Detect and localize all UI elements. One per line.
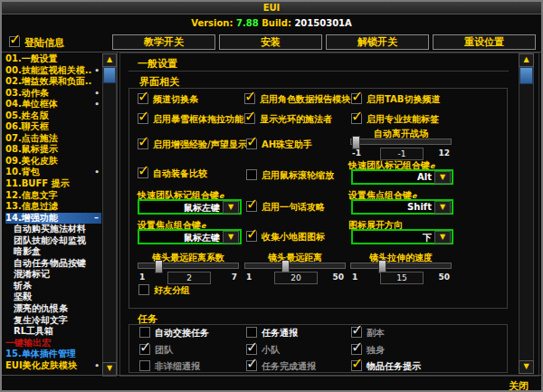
- sidebar-item-10[interactable]: 10.背包•: [5, 167, 101, 178]
- sidebar-item-label: 复生冷却文字: [14, 315, 68, 325]
- topbar-button-0[interactable]: 教学开关: [112, 34, 215, 50]
- sidebar-item-11[interactable]: 11.BUFF 提示: [5, 178, 101, 190]
- sidebar-item-13[interactable]: 13.信息过滤: [5, 201, 101, 213]
- sidebar-item-27[interactable]: EUI美化皮肤模块•: [5, 360, 101, 372]
- sidebar-item-21[interactable]: 坚毅: [5, 292, 101, 303]
- sidebar-item-label: 06.聊天框: [5, 121, 49, 131]
- dropdown-2[interactable]: Alt▼: [351, 169, 453, 185]
- interface-section-title: 界面相关: [139, 75, 179, 89]
- sidebar-item-22[interactable]: 漂亮的仇恨条: [5, 303, 101, 315]
- sidebar-item-23[interactable]: 复生冷却文字: [5, 315, 101, 327]
- slider-track[interactable]: [244, 263, 346, 269]
- sidebar-item-9[interactable]: 09.美化皮肤: [5, 156, 101, 167]
- dropdown-value: 鼠标左键: [184, 232, 220, 244]
- dropdown-4[interactable]: 下▼: [351, 229, 453, 244]
- sidebar-item-20[interactable]: 斩杀: [5, 281, 101, 292]
- slider-track[interactable]: [350, 139, 452, 145]
- version-bar: Version: 7.88 Build: 20150301A: [2, 18, 541, 28]
- topbar-button-2[interactable]: 解锁开关: [326, 34, 429, 50]
- sidebar-item-25[interactable]: 一键输出宏: [5, 338, 101, 349]
- sidebar-scroll-down-icon[interactable]: ▼: [102, 362, 117, 376]
- sidebar-item-4[interactable]: 04.单位框体•: [5, 99, 101, 110]
- main-scroll-up-icon[interactable]: ▲: [519, 53, 534, 67]
- sidebar-item-1[interactable]: 00.技能监视相关模..•: [5, 65, 101, 77]
- checkbox-label: 副本: [367, 327, 385, 339]
- checkbox-label: 物品任务提示: [367, 360, 421, 373]
- chevron-down-icon[interactable]: ▼: [223, 201, 239, 214]
- sidebar-item-8[interactable]: 08.鼠标提示: [5, 144, 101, 156]
- sidebar-scroll-up-icon[interactable]: ▲: [102, 53, 117, 67]
- close-button[interactable]: 关闭: [509, 379, 529, 392]
- sidebar-item-label: 02.增益效果和负面..: [5, 76, 91, 86]
- sidebar-item-14[interactable]: 14.增强功能–: [5, 213, 101, 225]
- checkbox-label: 任务通报: [262, 327, 298, 339]
- sidebar-scroll-thumb[interactable]: [103, 67, 116, 83]
- sidebar-item-label: 14.增强功能: [5, 213, 58, 223]
- sidebar-item-label: 08.鼠标提示: [5, 144, 58, 154]
- check-icon: ✓: [351, 108, 363, 125]
- slider-value-input[interactable]: 2: [167, 272, 211, 284]
- main-scroll-down-icon[interactable]: ▼: [519, 360, 534, 374]
- check-icon: ✓: [351, 321, 363, 339]
- checkbox-label: 独身: [367, 344, 385, 357]
- slider-value-input[interactable]: 15: [380, 272, 424, 284]
- sidebar-item-17[interactable]: 暗影盒: [5, 246, 101, 258]
- check-icon: ✓: [138, 88, 149, 105]
- sidebar-scrollbar[interactable]: [102, 53, 117, 377]
- sidebar-item-label: 漂亮的仇恨条: [14, 303, 68, 313]
- sidebar-item-label: 05.姓名版: [5, 110, 49, 120]
- topbar-buttons: 教学开关安装解锁开关重设位置: [112, 34, 536, 50]
- has-children-bullet-icon: •: [94, 88, 100, 100]
- sidebar-item-label: 自动任务物品按键: [14, 258, 86, 268]
- checkbox-label: 收集小地图图标: [262, 231, 325, 244]
- sidebar-item-5[interactable]: 05.姓名版: [5, 110, 101, 122]
- dropdown-0[interactable]: 鼠标左键▼: [138, 199, 242, 215]
- sidebar-item-24[interactable]: RL工具箱: [5, 326, 101, 338]
- sidebar-item-19[interactable]: 混淆标记: [5, 269, 101, 281]
- checkbox-label: 团队: [155, 344, 173, 357]
- chevron-down-icon[interactable]: ▼: [434, 231, 451, 244]
- dropdown-value: Shift: [407, 202, 432, 212]
- collapse-minus-icon: –: [94, 213, 99, 225]
- sidebar-item-0[interactable]: 01.一般设置: [5, 53, 101, 65]
- slider-thumb[interactable]: [352, 136, 360, 149]
- checkbox-label: 小队: [262, 344, 280, 357]
- sidebar-item-12[interactable]: 12.信息文字: [5, 190, 101, 202]
- main-scroll-thumb[interactable]: [519, 67, 533, 84]
- topbar-button-3[interactable]: 重设位置: [433, 34, 536, 50]
- sidebar-item-7[interactable]: 07.点击施法: [5, 133, 101, 145]
- slider-thumb[interactable]: [155, 260, 163, 273]
- chevron-down-icon[interactable]: ▼: [223, 231, 239, 244]
- dropdown-1[interactable]: 鼠标左键▼: [138, 229, 242, 244]
- sidebar-item-15[interactable]: 自动购买施法材料: [5, 224, 101, 235]
- slider-track[interactable]: [350, 263, 452, 269]
- sidebar-item-2[interactable]: 02.增益效果和负面..: [5, 76, 101, 88]
- sidebar-item-6[interactable]: 06.聊天框: [5, 121, 101, 133]
- checkbox-label: 启用TAB切换频道: [367, 93, 440, 106]
- checkbox-label: 启用暴雪框体拖拉功能: [153, 113, 243, 126]
- sidebar-item-18[interactable]: 自动任务物品按键: [5, 258, 101, 270]
- slider-track[interactable]: [138, 263, 239, 269]
- slider-value-input[interactable]: -1: [380, 148, 424, 160]
- sidebar-item-label: 01.一般设置: [5, 53, 58, 63]
- sidebar-divider: [117, 53, 118, 375]
- check-icon: ✓: [9, 31, 21, 48]
- sidebar-item-3[interactable]: 03.动作条•: [5, 88, 101, 100]
- chevron-down-icon[interactable]: ▼: [434, 201, 451, 214]
- chevron-down-icon[interactable]: ▼: [434, 171, 451, 184]
- main-scrollbar[interactable]: [519, 53, 534, 374]
- checkbox-box: [138, 284, 149, 295]
- dropdown-value: 下: [423, 232, 432, 244]
- slider-min: 1: [139, 272, 145, 282]
- slider-max: 50: [438, 272, 450, 282]
- sidebar-item-16[interactable]: 团队技能冷却监视: [5, 235, 101, 247]
- slider-max: 50: [332, 272, 344, 282]
- slider-value-input[interactable]: 20: [274, 272, 318, 284]
- sidebar-item-26[interactable]: 15.单体插件管理: [5, 349, 101, 360]
- topbar-button-1[interactable]: 安装: [219, 34, 322, 50]
- dropdown-value: Alt: [417, 172, 432, 182]
- sidebar-item-label: RL工具箱: [14, 326, 53, 336]
- check-icon: ✓: [351, 88, 363, 105]
- check-icon: ✓: [138, 108, 149, 125]
- dropdown-3[interactable]: Shift▼: [351, 199, 453, 215]
